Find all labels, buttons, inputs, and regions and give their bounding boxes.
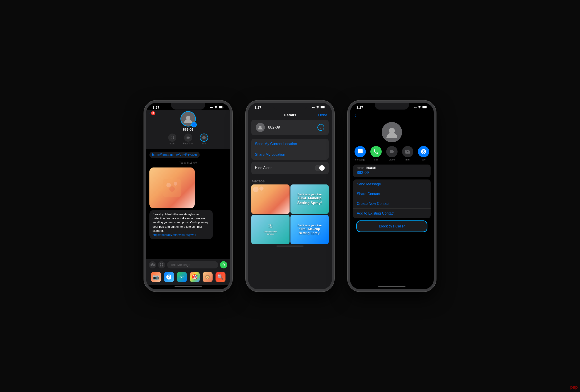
audio-label: audio [169, 142, 175, 145]
time-1: 3:27 [152, 106, 159, 109]
details-title: Details [284, 113, 296, 118]
svg-rect-11 [162, 265, 163, 266]
contact-avatar-wrapper: i [180, 111, 196, 127]
details-contact-row[interactable]: 882-09 › [251, 120, 329, 135]
create-contact-item[interactable]: Create New Contact [353, 199, 431, 208]
msg-link-1[interactable]: https://coola.attn.tv/l/1Yl/HYXZa [149, 152, 200, 158]
photos-grid: Don't miss your free10mL MakeupSetting S… [251, 184, 329, 244]
signal-icon: ▪▪▪ [210, 106, 213, 109]
send-location-btn[interactable]: Send My Current Location [251, 139, 329, 149]
svg-point-7 [169, 186, 175, 192]
photo-4: Don't miss your free10mL MakeupSetting S… [290, 215, 329, 244]
msg-bubble: Bearaby: Meet #thesweetstayhome collecti… [149, 210, 213, 239]
facetime-label: FaceTime [183, 142, 193, 145]
call-action[interactable]: call [370, 146, 382, 161]
svg-rect-2 [223, 107, 223, 108]
call-label: call [374, 158, 378, 161]
phone-label: phone RECENT [353, 164, 431, 170]
status-icons-1: ▪▪▪ [210, 106, 224, 109]
applepay-app[interactable]: Pay [177, 272, 187, 282]
status-bar-1: 3:27 ▪▪▪ [146, 103, 230, 110]
status-bar-2: 3:27 ▪▪▪ [248, 103, 332, 110]
watermark: php [570, 385, 578, 390]
photos-app[interactable]: 📷 [151, 272, 161, 282]
svg-rect-20 [427, 107, 427, 108]
appstore-app[interactable] [164, 272, 174, 282]
svg-point-6 [174, 182, 177, 186]
video-action[interactable]: video [386, 146, 398, 161]
svg-rect-19 [423, 106, 426, 108]
details-header: Details Done [248, 110, 332, 120]
home-indicator-3 [378, 286, 406, 287]
share-contact-item[interactable]: Share Contact [353, 189, 431, 199]
photo-3: 7/247/28Woman beachsummer [251, 215, 290, 244]
phone-number[interactable]: 882-09 [353, 170, 431, 177]
info-circle-badge[interactable]: i [191, 122, 197, 128]
home-indicator-1 [174, 286, 202, 287]
contact-name: 882-09 [183, 128, 194, 131]
recent-badge: RECENT [366, 167, 376, 169]
done-button[interactable]: Done [318, 113, 327, 118]
contact-action-buttons: message call video [350, 146, 434, 164]
message-input-area: Text Message [146, 259, 230, 270]
send-button[interactable] [220, 261, 227, 268]
pay-label: pay [422, 158, 426, 161]
status-bar-3: 3:27 ▪▪▪ [350, 103, 434, 110]
details-number: 882-09 [268, 125, 280, 130]
back-button[interactable]: ‹ 3 [149, 111, 155, 115]
hide-alerts-label: Hide Alerts [255, 166, 272, 170]
messages-area: https://coola.attn.tv/l/1Yl/HYXZa Today … [146, 149, 230, 259]
search-app[interactable]: 🔍 [216, 272, 225, 282]
camera-icon[interactable] [149, 261, 156, 268]
signal-icon-2: ▪▪▪ [312, 106, 315, 109]
photo-2: Don't miss your free10mL MakeupSetting S… [290, 184, 329, 214]
contact-actions-row: audio FaceTime info [168, 132, 208, 147]
chevron-left-icon: ‹ [149, 111, 150, 115]
photo-1 [251, 184, 290, 214]
details-avatar [256, 123, 265, 132]
pay-action[interactable]: pay [418, 146, 429, 161]
message-label: message [355, 158, 365, 161]
apps-icon[interactable] [158, 261, 165, 268]
share-location-btn[interactable]: Share My Location [251, 149, 329, 160]
info-label: info [202, 142, 206, 145]
chevron-right-icon[interactable]: › [317, 124, 324, 131]
actions-section: Send Message Share Contact Create New Co… [353, 179, 431, 218]
emoji-app[interactable]: 🐵 [203, 272, 213, 282]
contact-back[interactable]: ‹ [350, 110, 434, 120]
svg-rect-9 [162, 263, 163, 264]
wifi-icon [214, 106, 218, 109]
add-existing-item[interactable]: Add to Existing Contact [353, 208, 431, 218]
contact-list: phone RECENT 882-09 Send Message Share C… [350, 164, 434, 285]
photos-label: PHOTOS [248, 178, 332, 184]
back-arrow-icon: ‹ [355, 113, 356, 118]
phone-section: phone RECENT 882-09 [353, 164, 431, 177]
battery-icon-3 [423, 106, 428, 109]
app-dock: 📷 Pay 🎯 🐵 🔍 [146, 270, 230, 285]
hide-alerts-toggle[interactable] [315, 165, 325, 171]
signal-icon-3: ▪▪▪ [414, 106, 417, 109]
send-message-item[interactable]: Send Message [353, 179, 431, 189]
svg-rect-10 [160, 265, 161, 266]
colorful-app[interactable]: 🎯 [190, 272, 200, 282]
svg-point-16 [253, 187, 259, 192]
home-indicator-2 [277, 246, 303, 247]
battery-icon [219, 106, 224, 109]
audio-action[interactable]: audio [168, 133, 176, 145]
block-caller-button[interactable]: Block this Caller [356, 220, 428, 232]
msg-link-2: https://bearaby.attn.tv/l/8Pd/jhvhT [152, 233, 196, 237]
svg-point-5 [166, 183, 171, 187]
facetime-action[interactable]: FaceTime [183, 133, 193, 145]
wifi-icon-3 [418, 106, 421, 109]
phone-1: 3:27 ▪▪▪ ‹ 3 [144, 101, 232, 291]
notification-badge: 3 [151, 111, 155, 115]
svg-point-17 [260, 186, 264, 191]
message-action[interactable]: message [355, 146, 366, 161]
info-action[interactable]: info [200, 133, 208, 145]
phone-2: 3:27 ▪▪▪ Details Done [246, 101, 334, 291]
mail-action[interactable]: mail [402, 146, 413, 161]
svg-rect-14 [325, 107, 325, 108]
text-input[interactable]: Text Message [167, 261, 218, 268]
battery-icon-2 [320, 106, 325, 109]
video-label: video [389, 158, 395, 161]
